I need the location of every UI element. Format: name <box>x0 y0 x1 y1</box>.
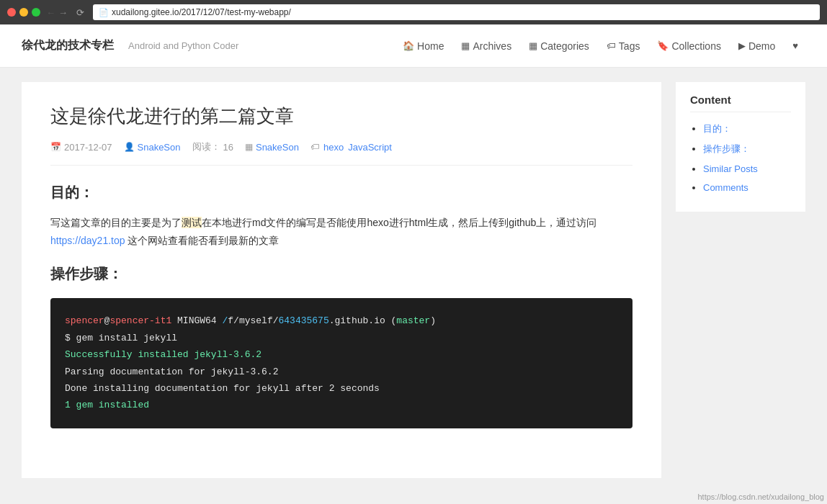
nav-archives[interactable]: ▦ Archives <box>454 36 519 56</box>
tag-hexo[interactable]: hexo <box>323 142 344 153</box>
sidebar-list: 目的： 操作步骤： Similar Posts Comments <box>690 122 791 193</box>
nav-archives-label: Archives <box>473 40 511 52</box>
nav-home[interactable]: 🏠 Home <box>395 36 451 56</box>
minimize-button[interactable] <box>19 8 28 17</box>
heart-icon: ♥ <box>792 40 798 51</box>
forward-arrow[interactable]: → <box>58 7 68 18</box>
home-icon: 🏠 <box>403 40 414 51</box>
close-button[interactable] <box>7 8 16 17</box>
site-subtitle: Android and Python Coder <box>128 40 238 51</box>
nav-demo[interactable]: ▶ Demo <box>731 36 782 56</box>
nav-categories[interactable]: ▦ Categories <box>522 36 596 56</box>
list-item: Similar Posts <box>703 163 791 174</box>
code-line-1: spencer@spencer-it1 MINGW64 /f/myself/64… <box>65 312 618 329</box>
nav-home-label: Home <box>417 40 444 52</box>
read-label: 阅读： <box>192 140 220 153</box>
code-line-6: 1 gem installed <box>65 397 618 413</box>
nav-demo-label: Demo <box>748 40 775 52</box>
article-content: 这是徐代龙进行的第二篇文章 📅 2017-12-07 👤 SnakeSon 阅读… <box>22 82 661 478</box>
nav-tags[interactable]: 🏷 Tags <box>599 36 648 56</box>
main-layout: 这是徐代龙进行的第二篇文章 📅 2017-12-07 👤 SnakeSon 阅读… <box>0 68 827 492</box>
code-line-3: Successfully installed jekyll-3.6.2 <box>65 346 618 363</box>
browser-window-controls <box>7 8 40 17</box>
section2-heading: 操作步骤： <box>50 264 632 284</box>
nav-collections-label: Collections <box>671 40 720 52</box>
category-icon: ▦ <box>245 142 253 152</box>
site-navbar: 徐代龙的技术专栏 Android and Python Coder 🏠 Home… <box>0 24 827 68</box>
sidebar: Content 目的： 操作步骤： Similar Posts Comments <box>676 82 805 478</box>
section1-heading: 目的： <box>50 183 632 202</box>
archives-icon: ▦ <box>461 40 470 51</box>
code-info: Parsing documentation for jekyll-3.6.2 <box>65 366 278 377</box>
sidebar-link-similar[interactable]: Similar Posts <box>703 163 758 174</box>
tag-icon: 🏷 <box>310 142 319 152</box>
code-line-2: $ gem install jekyll <box>65 330 618 346</box>
sidebar-link-comments[interactable]: Comments <box>703 182 748 193</box>
code-cmd: $ gem install jekyll <box>65 333 177 343</box>
sidebar-box: Content 目的： 操作步骤： Similar Posts Comments <box>676 82 805 212</box>
browser-nav-arrows: ← → <box>46 7 68 18</box>
meta-date-value: 2017-12-07 <box>64 142 112 153</box>
code-line-5: Done installing documentation for jekyll… <box>65 380 618 397</box>
nav-categories-label: Categories <box>540 40 589 52</box>
code-line-4: Parsing documentation for jekyll-3.6.2 <box>65 364 618 380</box>
highlight-test: 测试 <box>182 217 202 228</box>
sidebar-link-purpose[interactable]: 目的： <box>703 123 731 134</box>
user-icon: 👤 <box>124 142 135 152</box>
sidebar-title: Content <box>690 94 791 112</box>
nav-tags-label: Tags <box>619 40 640 52</box>
code-gem-installed: 1 gem installed <box>65 400 149 410</box>
list-item: 目的： <box>703 122 791 135</box>
categories-icon: ▦ <box>529 40 537 51</box>
read-count: 16 <box>223 142 233 153</box>
site-title: 徐代龙的技术专栏 <box>22 38 114 53</box>
nav-about[interactable]: ♥ <box>785 36 805 55</box>
tags-icon: 🏷 <box>607 40 616 51</box>
address-bar[interactable]: 📄 xudailong.gitee.io/2017/12/07/test-my-… <box>93 4 820 20</box>
meta-author-link[interactable]: SnakeSon <box>138 142 181 153</box>
meta-category: ▦ SnakeSon <box>245 142 299 153</box>
nav-collections[interactable]: 🔖 Collections <box>650 36 728 56</box>
article-meta: 📅 2017-12-07 👤 SnakeSon 阅读： 16 ▦ SnakeSo… <box>50 140 632 166</box>
nav-links: 🏠 Home ▦ Archives ▦ Categories 🏷 Tags 🔖 … <box>395 36 805 56</box>
sidebar-link-steps[interactable]: 操作步骤： <box>703 143 750 154</box>
demo-icon: ▶ <box>738 40 746 51</box>
meta-category-link[interactable]: SnakeSon <box>256 142 299 153</box>
refresh-button[interactable]: ⟳ <box>76 7 84 18</box>
browser-chrome: ← → ⟳ 📄 xudailong.gitee.io/2017/12/07/te… <box>0 0 827 24</box>
list-item: 操作步骤： <box>703 143 791 156</box>
meta-author: 👤 SnakeSon <box>124 142 181 153</box>
code-host: spencer-it1 <box>109 315 171 326</box>
article-title: 这是徐代龙进行的第二篇文章 <box>50 104 632 129</box>
section1-text: 写这篇文章的目的主要是为了测试在本地进行md文件的编写是否能使用hexo进行ht… <box>50 214 632 250</box>
collections-icon: 🔖 <box>657 40 669 51</box>
code-block: spencer@spencer-it1 MINGW64 /f/myself/64… <box>50 298 632 428</box>
meta-date: 📅 2017-12-07 <box>50 142 112 153</box>
calendar-icon: 📅 <box>50 142 61 152</box>
back-arrow[interactable]: ← <box>46 7 55 18</box>
page-icon: 📄 <box>99 8 109 17</box>
code-user: spencer <box>65 315 104 326</box>
list-item: Comments <box>703 181 791 193</box>
maximize-button[interactable] <box>32 8 40 17</box>
meta-read: 阅读： 16 <box>192 140 233 153</box>
url-text: xudailong.gitee.io/2017/12/07/test-my-we… <box>112 7 291 17</box>
day21-link[interactable]: https://day21.top <box>50 235 125 246</box>
meta-tags: 🏷 hexo JavaScript <box>310 142 392 153</box>
code-success: Successfully installed jekyll-3.6.2 <box>65 349 261 360</box>
tag-javascript[interactable]: JavaScript <box>348 142 392 153</box>
